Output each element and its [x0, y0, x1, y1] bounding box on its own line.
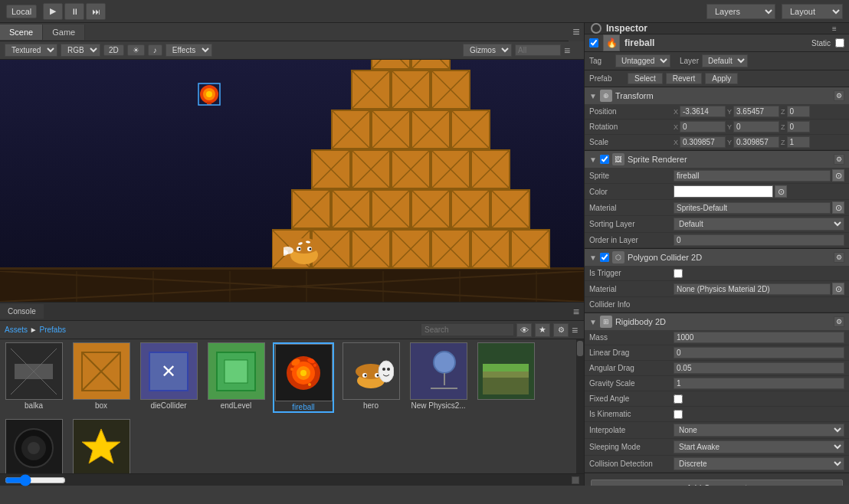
polygon-collider-enabled[interactable]: [600, 253, 609, 262]
revert-button[interactable]: Revert: [666, 73, 702, 84]
play-button[interactable]: ▶: [43, 3, 63, 20]
scene-panel-menu[interactable]: ≡: [564, 44, 579, 57]
color-label: Color: [589, 188, 674, 196]
bottom-panel-menu[interactable]: ≡: [572, 324, 579, 336]
2d-button[interactable]: 2D: [103, 44, 124, 56]
collider-material-picker-icon[interactable]: ⊙: [832, 283, 844, 295]
sorting-layer-select[interactable]: Default: [674, 218, 844, 231]
sleeping-mode-select[interactable]: Start Awake: [674, 440, 844, 453]
layer-select[interactable]: Default: [702, 54, 748, 67]
list-item[interactable]: hero: [340, 342, 402, 413]
list-item[interactable]: [475, 342, 536, 413]
bottom-menu-btn[interactable]: ≡: [569, 306, 584, 318]
settings-icon[interactable]: ⚙: [553, 323, 569, 337]
angular-drag-input[interactable]: [674, 362, 844, 374]
inspector-lock-btn[interactable]: [591, 23, 602, 34]
tab-game[interactable]: Game: [43, 25, 85, 40]
list-item[interactable]: [3, 419, 64, 473]
rot-y-input[interactable]: [733, 121, 779, 133]
interpolate-select[interactable]: None: [674, 424, 844, 437]
apply-button[interactable]: Apply: [705, 73, 738, 84]
rot-x-input[interactable]: [680, 121, 726, 133]
tab-scene[interactable]: Scene: [0, 25, 43, 40]
linear-drag-input[interactable]: [674, 347, 844, 358]
rigidbody-settings-icon[interactable]: ⚙: [834, 316, 844, 327]
order-input[interactable]: [674, 234, 844, 246]
list-item[interactable]: endLevel: [205, 342, 267, 413]
fixed-angle-checkbox[interactable]: [674, 394, 683, 404]
zoom-slider[interactable]: [5, 477, 66, 483]
sprite-input[interactable]: [674, 170, 831, 182]
assets-search[interactable]: [421, 324, 513, 335]
material-picker-icon[interactable]: ⊙: [832, 201, 844, 214]
gravity-scale-value: [674, 378, 844, 389]
scene-search[interactable]: [515, 44, 561, 56]
select-button[interactable]: Select: [628, 73, 663, 84]
console-tab[interactable]: Console: [0, 304, 44, 319]
assets-scrollbar[interactable]: [576, 339, 584, 473]
layers-dropdown[interactable]: Layers: [706, 4, 775, 19]
scrollbar-thumb[interactable]: [577, 341, 583, 356]
pause-button[interactable]: ⏸: [64, 3, 84, 20]
add-component-button[interactable]: Add Component: [591, 479, 843, 486]
svg-rect-88: [411, 60, 450, 69]
list-item[interactable]: ✕ dieCollider: [138, 342, 199, 413]
sprite-renderer-enabled[interactable]: [600, 155, 609, 164]
gravity-scale-input[interactable]: [674, 378, 844, 389]
sprite-renderer-settings-icon[interactable]: ⚙: [834, 154, 844, 165]
collision-select[interactable]: Discrete: [674, 457, 844, 470]
object-active-checkbox[interactable]: [589, 38, 598, 47]
layout-dropdown[interactable]: Layout: [782, 4, 843, 19]
assets-root[interactable]: Assets: [5, 326, 28, 334]
eye-icon[interactable]: 👁: [516, 323, 532, 337]
is-trigger-checkbox[interactable]: [674, 269, 683, 278]
static-checkbox[interactable]: [835, 38, 844, 47]
gizmos-select[interactable]: Gizmos: [463, 44, 512, 57]
favorites-icon[interactable]: ★: [535, 323, 550, 337]
rigidbody-icon: ⊞: [600, 316, 612, 328]
list-item[interactable]: [70, 419, 132, 473]
rgb-select[interactable]: RGB: [61, 44, 100, 57]
panel-menu-button[interactable]: ≡: [569, 23, 584, 41]
lighting-button[interactable]: ☀: [127, 44, 145, 56]
polygon-collider-header[interactable]: ▼ ⬡ Polygon Collider 2D ⚙: [585, 249, 849, 266]
pos-z-input[interactable]: [787, 106, 810, 117]
material-input[interactable]: [674, 202, 831, 214]
step-button[interactable]: ⏭: [86, 3, 106, 20]
rigidbody-header[interactable]: ▼ ⊞ Rigidbody 2D ⚙: [585, 313, 849, 330]
sleeping-mode-value: Start Awake: [674, 440, 844, 453]
main-layout: Scene Game ≡ Textured RGB 2D ☀ ♪ Effects: [0, 23, 849, 486]
collider-material-input[interactable]: [674, 283, 831, 295]
sprite-renderer-header[interactable]: ▼ 🖼 Sprite Renderer ⚙: [585, 151, 849, 168]
inspector-menu[interactable]: ≡: [832, 25, 843, 33]
scale-y-input[interactable]: [733, 136, 779, 148]
is-kinematic-checkbox[interactable]: [674, 410, 683, 419]
audio-button[interactable]: ♪: [148, 44, 162, 56]
object-name[interactable]: fireball: [624, 38, 807, 48]
sprite-picker-icon[interactable]: ⊙: [832, 169, 844, 182]
pos-y-input[interactable]: [733, 106, 779, 117]
list-item[interactable]: balka: [3, 342, 64, 413]
mass-input[interactable]: [674, 332, 844, 343]
transform-header[interactable]: ▼ ⊕ Transform ⚙: [585, 87, 849, 104]
list-item[interactable]: box: [70, 342, 132, 413]
textured-select[interactable]: Textured: [5, 44, 57, 57]
scene-view[interactable]: [0, 60, 584, 302]
color-picker-icon[interactable]: ⊙: [775, 185, 787, 198]
rot-z-input[interactable]: [787, 121, 810, 133]
tag-select[interactable]: Untagged: [615, 54, 670, 67]
color-swatch[interactable]: [674, 185, 773, 198]
scale-z-input[interactable]: [787, 136, 810, 148]
assets-scrollbar-h[interactable]: [572, 476, 579, 484]
list-item[interactable]: New Physics2...: [408, 342, 469, 413]
fireball-scene-object[interactable]: [198, 83, 221, 107]
transform-settings-icon[interactable]: ⚙: [834, 90, 844, 101]
polygon-collider-settings-icon[interactable]: ⚙: [834, 252, 844, 263]
assets-child[interactable]: Prefabs: [39, 326, 65, 334]
is-kinematic-label: Is Kinematic: [589, 410, 674, 418]
list-item[interactable]: fireball: [273, 342, 334, 413]
pos-x-input[interactable]: [680, 106, 726, 117]
effects-select[interactable]: Effects: [166, 44, 212, 57]
transform-name: Transform: [615, 91, 831, 100]
scale-x-input[interactable]: [680, 136, 726, 148]
